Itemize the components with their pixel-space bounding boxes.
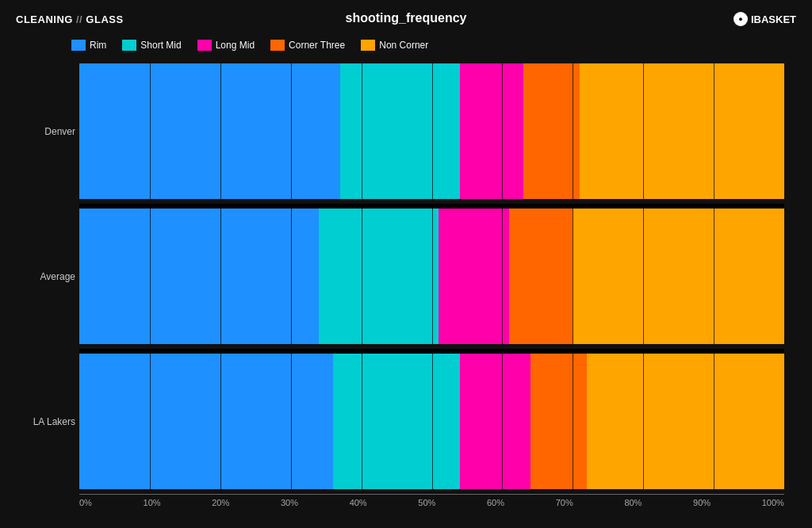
legend-item-corner-three: Corner Three: [270, 40, 345, 51]
bars-area: DenverAverageLA Lakers: [79, 59, 784, 494]
bar-segment-2-short-mid: [333, 354, 460, 489]
bar-segment-1-corner-three: [509, 209, 573, 344]
legend-color-non-corner: [361, 40, 375, 51]
bar-container-1: [79, 209, 784, 344]
bar-segment-1-long-mid: [439, 209, 509, 344]
legend-label-short-mid: Short Mid: [140, 40, 181, 51]
bar-label-1: Average: [16, 271, 75, 282]
chart-container: CLEANING // GLASS shooting_frequency ● I…: [0, 0, 812, 528]
ibasket-circle-icon: ●: [733, 12, 748, 26]
x-tick-1: 10%: [144, 498, 161, 507]
cleaning-glass-logo: CLEANING // GLASS: [16, 13, 124, 25]
bar-segment-2-corner-three: [530, 354, 587, 489]
bar-container-2: [79, 354, 784, 489]
legend-label-long-mid: Long Mid: [216, 40, 255, 51]
legend-label-rim: Rim: [90, 40, 106, 51]
bar-segment-0-corner-three: [523, 63, 580, 199]
legend-color-long-mid: [197, 40, 212, 51]
x-axis: 0%10%20%30%40%50%60%70%80%90%100%: [79, 495, 784, 507]
x-tick-2: 20%: [212, 498, 229, 507]
bar-segment-0-non-corner: [580, 63, 784, 199]
chart-title: shooting_frequency: [346, 11, 467, 25]
bar-label-2: LA Lakers: [16, 416, 75, 427]
legend-color-corner-three: [270, 40, 285, 51]
bar-segment-1-short-mid: [319, 209, 439, 344]
separator-1: [79, 204, 784, 209]
bar-segment-0-long-mid: [460, 63, 523, 199]
logo-slash: //: [76, 13, 82, 25]
legend-color-rim: [71, 40, 86, 51]
legend-label-corner-three: Corner Three: [289, 40, 345, 51]
bar-segment-0-rim: [79, 63, 340, 199]
bar-segment-1-rim: [79, 209, 319, 344]
legend-item-non-corner: Non Corner: [361, 40, 428, 51]
bar-segment-0-short-mid: [340, 63, 460, 199]
legend: RimShort MidLong MidCorner ThreeNon Corn…: [16, 35, 796, 59]
bar-container-0: [79, 63, 784, 199]
bar-segment-2-long-mid: [460, 354, 530, 489]
x-tick-9: 90%: [693, 498, 710, 507]
x-tick-4: 40%: [350, 498, 367, 507]
bar-segment-2-non-corner: [587, 354, 784, 489]
bar-segment-2-rim: [79, 354, 333, 489]
legend-item-short-mid: Short Mid: [122, 40, 181, 51]
x-tick-0: 0%: [79, 498, 92, 507]
ibasket-logo: ● IBASKET: [733, 12, 796, 26]
bar-segment-1-non-corner: [573, 209, 784, 344]
bar-row-1: Average: [79, 204, 784, 349]
x-tick-7: 70%: [556, 498, 573, 507]
bar-label-0: Denver: [16, 126, 75, 137]
bar-row-2: LA Lakers: [79, 349, 784, 494]
ibasket-text: IBASKET: [751, 13, 796, 25]
legend-label-non-corner: Non Corner: [379, 40, 428, 51]
x-tick-10: 100%: [762, 498, 784, 507]
x-tick-3: 30%: [281, 498, 298, 507]
x-tick-5: 50%: [418, 498, 435, 507]
x-tick-6: 60%: [487, 498, 504, 507]
legend-color-short-mid: [122, 40, 136, 51]
separator-2: [79, 349, 784, 354]
legend-item-long-mid: Long Mid: [197, 40, 255, 51]
bar-row-0: Denver: [79, 59, 784, 204]
x-tick-8: 80%: [624, 498, 642, 507]
header: CLEANING // GLASS shooting_frequency ● I…: [16, 10, 796, 35]
legend-item-rim: Rim: [71, 40, 106, 51]
